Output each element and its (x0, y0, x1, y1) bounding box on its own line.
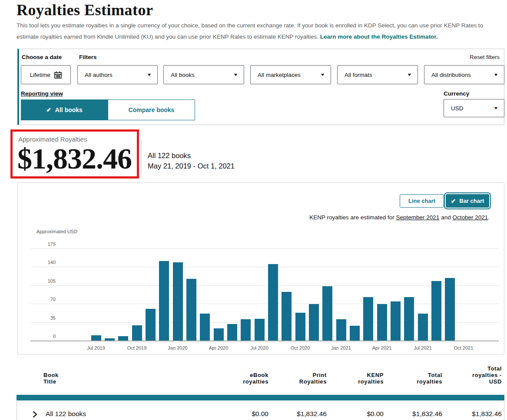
tab-all-books-label: All books (55, 106, 83, 113)
bar-dec-2019[interactable] (159, 261, 169, 341)
tab-compare-books-label: Compare books (129, 106, 175, 113)
column-header-book-title: Book Title (43, 372, 59, 385)
bar-feb-2020[interactable] (186, 279, 196, 341)
summary-date-range: May 21, 2019 - Oct 1, 2021 (148, 162, 235, 170)
column-header-total-royalties-usd: Total royalties - USD (432, 365, 502, 385)
bar-sep-2019[interactable] (118, 336, 128, 341)
distributions-filter-dropdown[interactable]: All distributions ▼ (424, 65, 504, 84)
books-filter-dropdown[interactable]: All books ▼ (163, 65, 244, 84)
bar-dec-2020[interactable] (322, 286, 332, 341)
bar-sep-2020[interactable] (282, 292, 292, 341)
choose-date-label: Choose a date (22, 54, 62, 60)
bar-oct-2019[interactable] (132, 325, 142, 341)
gridline-105 (30, 285, 499, 286)
column-header-total-royalties: Total royalties (373, 372, 442, 385)
bar-nov-2020[interactable] (309, 304, 319, 341)
bar-apr-2020[interactable] (214, 328, 224, 341)
chevron-down-icon: ▼ (493, 106, 498, 110)
bar-jul-2021[interactable] (418, 314, 428, 341)
formats-filter-value: All formats (345, 72, 372, 78)
marketplaces-filter-value: All marketplaces (258, 72, 301, 78)
royalties-estimator-page: Royalties Estimator This tool lets you e… (0, 0, 507, 420)
bar-aug-2020[interactable] (268, 264, 278, 341)
bar-may-2020[interactable] (227, 324, 237, 341)
bar-jul-2019[interactable] (91, 335, 101, 341)
x-tick-label-jul-2021: Jul 2021 (404, 345, 441, 351)
gridline-175 (30, 248, 499, 249)
currency-label: Currency (444, 90, 469, 97)
plot-area: 17514010570350Jul 2019Oct 2019Jan 2020Ap… (18, 183, 504, 354)
bar-sep-2021[interactable] (445, 278, 455, 341)
bar-aug-2021[interactable] (431, 281, 441, 341)
bar-mar-2020[interactable] (200, 314, 210, 341)
page-title: Royalties Estimator (17, 1, 153, 19)
x-tick-label-jul-2020: Jul 2020 (241, 345, 278, 351)
reporting-view-label[interactable]: Reporting view (21, 90, 63, 97)
chevron-down-icon: ▼ (493, 73, 498, 77)
currency-value: USD (451, 105, 464, 112)
y-tick-label-70: 70 (18, 297, 56, 302)
bar-apr-2021[interactable] (377, 304, 387, 341)
x-tick-label-oct-2019: Oct 2019 (119, 345, 155, 351)
row-book-title: All 122 books (46, 410, 86, 418)
bar-jun-2021[interactable] (404, 297, 414, 341)
expand-row-chevron-icon[interactable] (31, 410, 39, 418)
formats-filter-dropdown[interactable]: All formats ▼ (337, 65, 418, 84)
date-range-button[interactable]: Lifetime (21, 65, 71, 84)
y-tick-label-140: 140 (18, 260, 56, 265)
chart-panel: Line chart ✔ Bar chart KENP royalties ar… (17, 182, 504, 354)
chevron-down-icon: ▼ (233, 73, 238, 77)
date-range-value: Lifetime (30, 72, 50, 78)
bar-jul-2020[interactable] (255, 319, 265, 341)
bar-nov-2019[interactable] (146, 309, 156, 341)
y-tick-label-0: 0 (18, 334, 56, 339)
bar-aug-2019[interactable] (105, 338, 115, 341)
books-filter-value: All books (171, 72, 195, 78)
calendar-icon (54, 71, 62, 79)
row-total-royalties-usd: $1,832.46 (432, 410, 502, 418)
y-tick-label-35: 35 (18, 315, 56, 321)
y-tick-label-105: 105 (18, 278, 56, 284)
bar-may-2021[interactable] (391, 301, 401, 341)
reset-filters-link[interactable]: Reset filters (470, 54, 500, 60)
learn-more-link[interactable]: Learn more about the Royalties Estimator… (320, 33, 438, 40)
x-tick-label-jan-2020: Jan 2020 (159, 345, 196, 351)
authors-filter-dropdown[interactable]: All authors ▼ (77, 65, 158, 84)
currency-dropdown[interactable]: USD ▼ (444, 99, 504, 117)
table-header-separator (17, 395, 504, 400)
bar-oct-2020[interactable] (295, 313, 305, 341)
y-tick-label-175: 175 (18, 241, 56, 247)
row-total-royalties: $1,832.46 (373, 410, 442, 418)
tab-all-books[interactable]: ✔ All books (21, 99, 108, 120)
x-tick-label-jul-2019: Jul 2019 (78, 345, 114, 351)
x-tick-label-apr-2020: Apr 2020 (200, 345, 237, 351)
marketplaces-filter-dropdown[interactable]: All marketplaces ▼ (250, 65, 331, 84)
approximated-royalties-amount: $1,832.46 (17, 142, 132, 176)
gridline-140 (30, 267, 499, 267)
x-tick-label-oct-2020: Oct 2020 (282, 345, 318, 351)
gridline-70 (30, 304, 499, 304)
filters-label: Filters (79, 54, 97, 60)
bar-feb-2021[interactable] (350, 326, 360, 341)
x-tick-label-apr-2021: Apr 2021 (364, 345, 400, 351)
gridline-0 (30, 341, 499, 341)
filters-panel: Choose a date Filters Reset filters Life… (17, 49, 504, 125)
chevron-down-icon: ▼ (320, 73, 325, 77)
chevron-down-icon: ▼ (407, 73, 412, 77)
gridline-35 (30, 322, 499, 323)
x-tick-label-jan-2021: Jan 2021 (323, 345, 359, 351)
bar-jan-2021[interactable] (336, 319, 346, 341)
bar-mar-2021[interactable] (363, 297, 373, 341)
bar-jun-2020[interactable] (241, 319, 251, 341)
chevron-down-icon: ▼ (146, 73, 152, 77)
summary-books-count: All 122 books (148, 152, 191, 160)
page-description: This tool lets you estimate royalties in… (17, 20, 505, 43)
authors-filter-value: All authors (85, 72, 113, 78)
bar-jan-2020[interactable] (173, 262, 183, 341)
check-icon: ✔ (46, 106, 51, 113)
x-tick-label-oct-2021: Oct 2021 (445, 345, 482, 351)
tab-compare-books[interactable]: Compare books (108, 99, 195, 120)
summary-divider (141, 140, 142, 175)
distributions-filter-value: All distributions (431, 72, 471, 78)
